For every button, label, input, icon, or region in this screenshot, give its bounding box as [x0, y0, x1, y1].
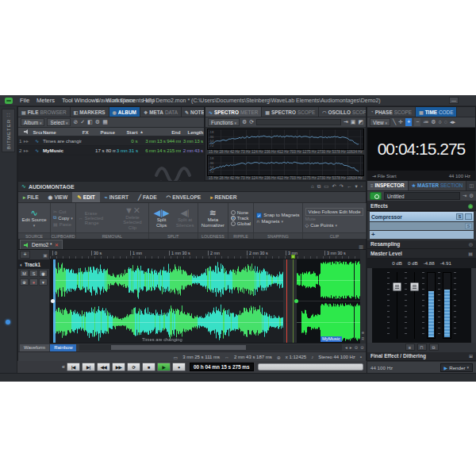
add-track-button[interactable]: + [20, 251, 30, 259]
input-routing-button[interactable]: ⊕ [20, 278, 29, 286]
menu-workspace[interactable]: Workspace [106, 97, 135, 104]
effect-slot-compressor[interactable]: Compressor S [370, 212, 474, 221]
grid-icon[interactable]: ▦ [102, 118, 108, 126]
transport-time-display[interactable]: 00 h 04 mn 15 s 275 ms [190, 363, 254, 371]
cursor-position-value[interactable]: 3 mn 25 s 111 ms [182, 355, 220, 359]
tab-oscilloscope[interactable]: ◠OSCILLOSCOPE [319, 107, 366, 117]
ribbon-tab-envelope[interactable]: ◠ENVELOPE [162, 192, 206, 202]
split-at-silences-button[interactable]: ◀|Split at Silences [175, 208, 195, 228]
delete-selected-clip-button[interactable]: ▼✕Delete Selected Clip [119, 205, 146, 231]
solo-track-button[interactable]: S [29, 270, 38, 277]
preset-nav-icon[interactable]: ⇥ [463, 193, 466, 199]
cue-points-dropdown[interactable]: ◇Cue Points▾ [305, 222, 364, 228]
pen-icon[interactable]: ╲ [393, 118, 396, 126]
go-to-end-button[interactable]: ▶| [82, 363, 95, 371]
freeze-icon[interactable]: ⇥ [344, 118, 348, 126]
tab-metadata[interactable]: ❖METADATA [140, 107, 182, 117]
record-arm-button[interactable]: ● [29, 278, 38, 286]
mute-button[interactable]: Mute [305, 217, 364, 221]
waveform-lanes[interactable]: Times are changing MyMusic [50, 259, 360, 344]
zoom-in-icon[interactable]: + [405, 118, 412, 126]
edit-cursor[interactable] [286, 259, 287, 343]
paste-button[interactable]: ▤Paste [53, 221, 73, 227]
minimize-button[interactable]: — [449, 97, 459, 104]
target-icon[interactable]: ✛ [398, 118, 403, 126]
spectro-slider[interactable] [256, 119, 341, 125]
preset-name-field[interactable]: Untitled [384, 192, 460, 200]
stop-button[interactable]: ■ [142, 363, 155, 371]
zoom-level-value[interactable]: x 1:12425 [286, 355, 306, 359]
waveform-right-channel[interactable] [50, 301, 362, 343]
zoom-out-icon[interactable]: − [414, 118, 420, 126]
folder-icon[interactable]: ▭ [324, 183, 328, 190]
list-icon[interactable]: ≔ [423, 118, 428, 126]
output-routing-button[interactable]: ▾ [39, 278, 48, 286]
bypass-effect-button[interactable] [465, 213, 472, 220]
gear-icon[interactable]: ⚙ [242, 118, 247, 126]
rewind-button[interactable]: ◀◀ [97, 363, 110, 371]
tab-notes[interactable]: ✎NOTES [182, 107, 204, 117]
master-fader-left[interactable] [392, 272, 402, 339]
markers-icon[interactable]: ◂▸ [450, 118, 455, 126]
loop-button[interactable]: ⟳ [127, 363, 140, 371]
fade-handle[interactable] [51, 299, 55, 303]
track-zoom-rail[interactable]: ⊕ R [360, 250, 366, 344]
panel-icon[interactable]: ▫ [361, 183, 363, 190]
tab-spectroscope[interactable]: ▦SPECTROSCOPE [262, 107, 319, 117]
tab-phasescope[interactable]: ◔PHASESCOPE [367, 107, 416, 117]
ribbon-tab-view[interactable]: ◉VIEW [44, 192, 73, 202]
audio-format-value[interactable]: Stereo 44 100 Hz [318, 355, 355, 359]
play-button[interactable]: ▶ [157, 363, 171, 371]
tab-filebrowser[interactable]: ▤FILEBROWSER [18, 107, 71, 117]
view-button[interactable]: View ▾ [370, 118, 390, 126]
master-level-header[interactable]: Master Level▤ [367, 249, 476, 259]
split-clips-button[interactable]: ◀|▶Split Clips [152, 208, 172, 228]
record-button[interactable]: ● [172, 363, 186, 371]
table-row[interactable]: 2 ▸▸ ∿ MyMusic 17 s 80 ms 3 mn 31 s 28 m… [18, 146, 204, 155]
dotted-circle-icon[interactable]: ◌ [444, 118, 447, 126]
ribbon-tab-fade[interactable]: ╱FADE [133, 192, 162, 202]
select-menu-button[interactable]: Select ▾ [47, 118, 71, 126]
render-button[interactable]: ▶ Render ▾ [440, 363, 473, 372]
waveform-left-channel[interactable] [50, 259, 362, 301]
ribbon-tab-render[interactable]: ▸RENDER [205, 192, 241, 202]
redo-icon[interactable]: ↷ [340, 183, 344, 190]
meta-normalizer-button[interactable]: ≋Meta Normalizer [201, 208, 225, 228]
go-to-start-button[interactable]: |◀ [67, 363, 80, 371]
tab-inspector[interactable]: ≡INSPECTOR [367, 181, 409, 190]
erase-selected-range-button[interactable]: ↔Erase Selected Range [79, 211, 116, 225]
timeline-ruler[interactable]: 0 30 s 1 mn 1 mn 30 s 2 mn 2 mn 30 s 3 m… [50, 250, 360, 259]
gear-icon[interactable]: ⚙ [95, 118, 100, 126]
exclude-icon[interactable]: ⊘ [73, 118, 78, 126]
back-icon[interactable]: ← [347, 183, 351, 190]
transport-collapse-icon[interactable]: « [62, 364, 65, 370]
final-effect-header[interactable]: Final Effect / Dithering⊞ [367, 352, 476, 362]
resampling-header[interactable]: Resampling◎ [367, 240, 476, 250]
lock-icon[interactable]: ⊓ [417, 344, 427, 351]
tab-waveform[interactable]: Waveform [20, 344, 49, 351]
tab-album[interactable]: ◉ALBUM [109, 107, 140, 117]
ribbon-tab-insert[interactable]: ⌁INSERT [100, 192, 133, 202]
tab-timecode[interactable]: ▦TIMECODE [416, 107, 457, 117]
forward-button[interactable]: ▶▶ [112, 363, 125, 371]
solo-effect-button[interactable]: S [456, 213, 463, 220]
effects-header[interactable]: Effects◉ [367, 202, 476, 211]
copy-button[interactable]: ⧉Copy▾ [53, 215, 73, 221]
document-tab-demo2[interactable]: Demo2 * ✕ [20, 240, 63, 249]
album-menu-button[interactable]: Album ▾ [21, 118, 44, 126]
selection-length-value[interactable]: 2 mn 43 s 187 ms [234, 355, 272, 359]
menu-tool-windows[interactable]: Tool Windows [62, 97, 98, 104]
menu-help[interactable]: Help [143, 97, 155, 104]
copy-settings-icon[interactable]: ⧉ [429, 344, 439, 351]
album-table-header[interactable]: Srce Name FX Pause Start ▲ End Length [18, 128, 204, 136]
graph-style-icon[interactable]: ◩ [358, 118, 363, 126]
monitor-icon[interactable]: ◉ [39, 270, 48, 277]
master-fader-right[interactable] [409, 272, 420, 339]
mute-track-button[interactable]: M [20, 270, 29, 277]
track-name-bar[interactable]: ◐ Track1 [18, 259, 49, 269]
marker-pair-icon[interactable]: ◧ [87, 118, 93, 126]
ripple-none-option[interactable]: None [231, 210, 251, 215]
home-icon[interactable]: ⌂ [311, 183, 314, 190]
collapsed-panel-indicator[interactable] [6, 320, 10, 324]
cut-button[interactable]: ✂Cut [53, 209, 73, 214]
